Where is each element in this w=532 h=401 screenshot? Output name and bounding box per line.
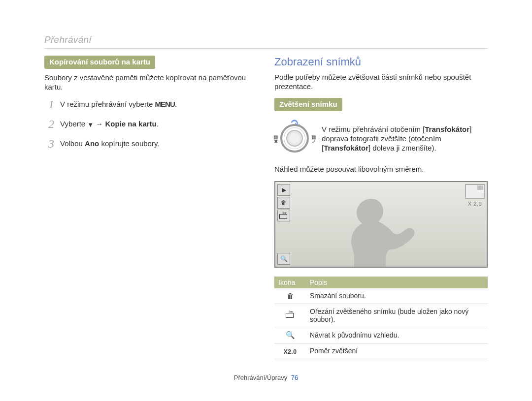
- table-row: 🗑 Smazání souboru.: [274, 288, 488, 304]
- step-text: Vyberte ▼ → Kopie na kartu.: [60, 118, 159, 128]
- preview-frame: ▶ 🗑 🔍 X 2,0: [274, 181, 488, 268]
- play-icon: ▶: [277, 184, 290, 196]
- text: Volbou: [60, 139, 85, 148]
- cell-desc: Návrat k původnímu vzhledu.: [306, 327, 488, 343]
- divider: [44, 48, 488, 49]
- zoom-ratio-icon: X2.0: [274, 343, 306, 359]
- step-number: 3: [44, 138, 58, 150]
- zoom-dial-diagram: ↷ ▦✖ ▦⤢ V režimu přehrávání otočením [Tr…: [274, 118, 488, 158]
- bold-text: Kopie na kartu: [105, 120, 157, 128]
- footer-page-number: 76: [291, 374, 298, 381]
- section-title-copy-files: Kopírování souborů na kartu: [44, 56, 155, 69]
- section-title-enlarge: Zvětšení snímku: [274, 98, 342, 111]
- preview-sidebar: ▶ 🗑 🔍: [277, 184, 290, 265]
- page: Přehrávání Kopírování souborů na kartu S…: [44, 34, 488, 381]
- preview-caption: Náhled můžete posouvat libovolným směrem…: [274, 164, 488, 174]
- dial-description: V režimu přehrávání otočením [Transfokát…: [322, 124, 488, 153]
- text: kopírujte soubory.: [99, 139, 159, 148]
- text: .: [157, 120, 159, 128]
- right-column: Zobrazení snímků Podle potřeby můžete zv…: [274, 56, 488, 359]
- trash-icon: 🗑: [277, 197, 290, 209]
- step-number: 1: [44, 98, 58, 110]
- crop-icon: [274, 304, 306, 327]
- magnifier-icon: 🔍: [274, 327, 306, 343]
- th-desc: Popis: [306, 277, 488, 288]
- step-text: V režimu přehrávání vyberte MENU.: [60, 98, 177, 108]
- dial-left-icons: ▦✖: [273, 135, 278, 144]
- chevron-down-icon: ▼: [87, 121, 94, 128]
- steps-list: 1 V režimu přehrávání vyberte MENU. 2 Vy…: [44, 98, 258, 150]
- footer: Přehrávání/Úpravy 76: [44, 374, 488, 381]
- menu-icon: MENU: [155, 100, 175, 108]
- bold-text: Transfokátor: [425, 125, 469, 133]
- two-column-layout: Kopírování souborů na kartu Soubory z ve…: [44, 56, 488, 359]
- bold-text: Transfokátor: [324, 144, 368, 152]
- footer-section: Přehrávání/Úpravy: [234, 374, 287, 381]
- icon-table: Ikona Popis 🗑 Smazání souboru. Ořezání z…: [274, 277, 488, 359]
- text: Vyberte: [60, 120, 87, 128]
- text: →: [94, 120, 105, 128]
- heading-view-images: Zobrazení snímků: [274, 56, 488, 68]
- text: V režimu přehrávání vyberte: [60, 100, 155, 108]
- minimap-thumbnail: [465, 184, 485, 199]
- child-silhouette: [325, 193, 423, 267]
- table-row: 🔍 Návrat k původnímu vzhledu.: [274, 327, 488, 343]
- left-column: Kopírování souborů na kartu Soubory z ve…: [44, 56, 258, 359]
- text: .: [175, 100, 177, 108]
- step-2: 2 Vyberte ▼ → Kopie na kartu.: [44, 118, 258, 130]
- step-number: 2: [44, 118, 58, 130]
- dial-graphic: ↷ ▦✖ ▦⤢: [274, 118, 315, 158]
- table-row: Ořezání zvětšeného snímku (bude uložen j…: [274, 304, 488, 327]
- trash-icon: 🗑: [274, 288, 306, 304]
- zoom-level-label: X 2,0: [468, 201, 482, 207]
- step-text: Volbou Ano kopírujte soubory.: [60, 138, 160, 148]
- magnifier-icon: 🔍: [277, 253, 290, 265]
- bold-text: Ano: [85, 139, 99, 148]
- cell-desc: Smazání souboru.: [306, 288, 488, 304]
- text: V režimu přehrávání otočením [: [322, 125, 425, 133]
- crop-icon: [277, 210, 290, 221]
- th-icon: Ikona: [274, 277, 306, 288]
- breadcrumb: Přehrávání: [44, 34, 488, 45]
- table-row: X2.0 Poměr zvětšení: [274, 343, 488, 359]
- step-1: 1 V režimu přehrávání vyberte MENU.: [44, 98, 258, 110]
- cell-desc: Poměr zvětšení: [306, 343, 488, 359]
- intro-text: Podle potřeby můžete zvětšovat části sní…: [274, 72, 488, 91]
- intro-text: Soubory z vestavěné paměti můžete kopíro…: [44, 73, 258, 92]
- cell-desc: Ořezání zvětšeného snímku (bude uložen j…: [306, 304, 488, 327]
- text: ] doleva ji zmenšíte).: [368, 144, 436, 152]
- step-3: 3 Volbou Ano kopírujte soubory.: [44, 138, 258, 150]
- dial-right-icons: ▦⤢: [311, 135, 316, 144]
